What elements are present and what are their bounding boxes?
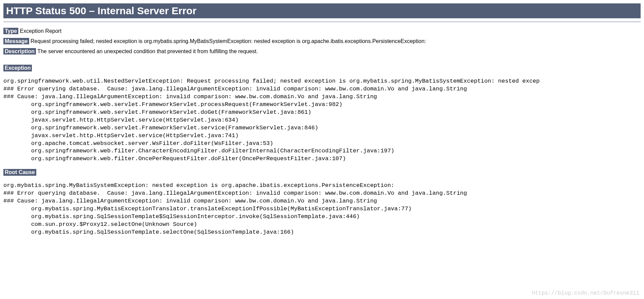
type-value: Exception Report bbox=[20, 28, 62, 34]
description-line: Description The server encountered an un… bbox=[3, 48, 641, 55]
divider bbox=[3, 22, 641, 22]
exception-heading: Exception bbox=[3, 65, 32, 71]
rootcause-trace: org.mybatis.spring.MyBatisSystemExceptio… bbox=[3, 182, 641, 236]
message-line: Message Request processing failed; neste… bbox=[3, 38, 641, 44]
page-title: HTTP Status 500 – Internal Server Error bbox=[3, 3, 641, 18]
rootcause-heading: Root Cause bbox=[3, 169, 36, 176]
exception-trace: org.springframework.web.util.NestedServl… bbox=[3, 78, 641, 163]
message-value: Request processing failed; nested except… bbox=[31, 38, 426, 44]
type-line: Type Exception Report bbox=[3, 28, 641, 34]
description-label: Description bbox=[3, 48, 36, 55]
type-label: Type bbox=[3, 28, 18, 34]
description-value: The server encountered an unexpected con… bbox=[37, 48, 258, 54]
message-label: Message bbox=[3, 38, 29, 44]
